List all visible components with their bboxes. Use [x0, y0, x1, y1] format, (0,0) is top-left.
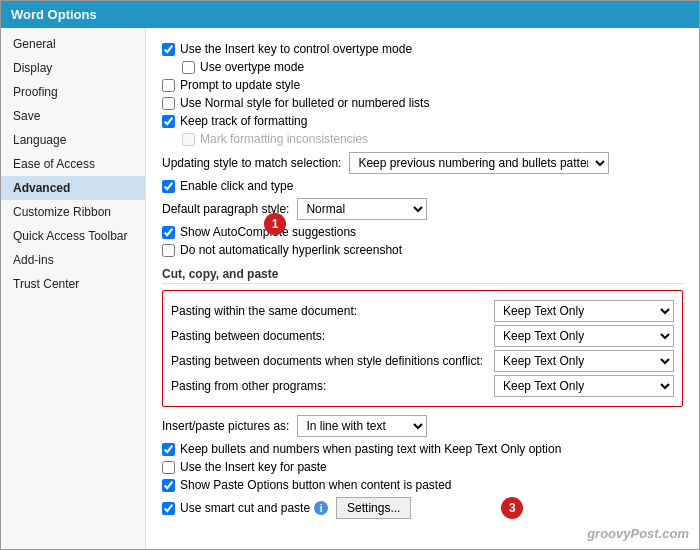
sidebar-item-proofing[interactable]: Proofing [1, 80, 145, 104]
sidebar-item-language[interactable]: Language [1, 128, 145, 152]
prompt-update-style-checkbox[interactable] [162, 79, 175, 92]
sidebar-item-general[interactable]: General [1, 32, 145, 56]
sidebar-item-trust-center[interactable]: Trust Center [1, 272, 145, 296]
ccp-section: Pasting within the same document:Keep Te… [162, 290, 683, 407]
default-paragraph-select[interactable]: Normal [297, 198, 427, 220]
keep-track-formatting-checkbox[interactable] [162, 115, 175, 128]
updating-style-row: Updating style to match selection: Keep … [162, 152, 683, 174]
checkbox-use-insert-key: Use the Insert key for paste [162, 460, 683, 474]
window-title: Word Options [11, 7, 97, 22]
sidebar-item-quick-access-toolbar[interactable]: Quick Access Toolbar [1, 224, 145, 248]
updating-style-select[interactable]: Keep previous numbering and bullets patt… [349, 152, 609, 174]
ccp-select-1[interactable]: Keep Text OnlyKeep Source FormattingMerg… [494, 325, 674, 347]
ccp-select-0[interactable]: Keep Text OnlyKeep Source FormattingMerg… [494, 300, 674, 322]
insert-paste-row: Insert/paste pictures as: In line with t… [162, 415, 683, 437]
checkbox-show-autocomplete: Show AutoComplete suggestions [162, 225, 683, 239]
main-panel: 1 Use the Insert key to control overtype… [146, 28, 699, 549]
ccp-row-0: Pasting within the same document:Keep Te… [171, 300, 674, 322]
checkbox-show-paste-options: Show Paste Options button when content i… [162, 478, 683, 492]
ccp-row-1: Pasting between documents:Keep Text Only… [171, 325, 674, 347]
watermark: groovyPost.com [587, 526, 689, 541]
smart-cut-row: Use smart cut and paste i Settings... 3 [162, 497, 683, 519]
checkbox-enable-click-type: Enable click and type [162, 179, 683, 193]
badge-1: 1 [264, 213, 286, 235]
sidebar: GeneralDisplayProofingSaveLanguageEase o… [1, 28, 146, 549]
checkbox-insert-key-overtype: Use the Insert key to control overtype m… [162, 42, 683, 56]
ccp-section-header: Cut, copy, and paste [162, 267, 683, 284]
mark-formatting-checkbox [182, 133, 195, 146]
sidebar-item-add-ins[interactable]: Add-ins [1, 248, 145, 272]
badge-3: 3 [501, 497, 523, 519]
show-paste-options-checkbox[interactable] [162, 479, 175, 492]
show-autocomplete-checkbox[interactable] [162, 226, 175, 239]
sidebar-item-save[interactable]: Save [1, 104, 145, 128]
do-not-hyperlink-checkbox[interactable] [162, 244, 175, 257]
sidebar-item-advanced[interactable]: Advanced [1, 176, 145, 200]
info-icon: i [314, 501, 328, 515]
sidebar-item-display[interactable]: Display [1, 56, 145, 80]
keep-bullets-checkbox[interactable] [162, 443, 175, 456]
checkbox-do-not-hyperlink: Do not automatically hyperlink screensho… [162, 243, 683, 257]
checkbox-use-overtype-mode: Use overtype mode [182, 60, 683, 74]
use-smart-cut-checkbox[interactable] [162, 502, 175, 515]
enable-click-type-checkbox[interactable] [162, 180, 175, 193]
ccp-select-3[interactable]: Keep Text OnlyKeep Source FormattingMerg… [494, 375, 674, 397]
sidebar-item-ease-of-access[interactable]: Ease of Access [1, 152, 145, 176]
ccp-row-3: Pasting from other programs:Keep Text On… [171, 375, 674, 397]
title-bar: Word Options [1, 1, 699, 28]
insert-key-overtype-checkbox[interactable] [162, 43, 175, 56]
use-normal-style-checkbox[interactable] [162, 97, 175, 110]
checkbox-prompt-update-style: Prompt to update style [162, 78, 683, 92]
checkbox-use-normal-style: Use Normal style for bulleted or numbere… [162, 96, 683, 110]
use-insert-key-paste-checkbox[interactable] [162, 461, 175, 474]
main-content: GeneralDisplayProofingSaveLanguageEase o… [1, 28, 699, 549]
insert-paste-select[interactable]: In line with text [297, 415, 427, 437]
ccp-row-2: Pasting between documents when style def… [171, 350, 674, 372]
checkbox-mark-formatting: Mark formatting inconsistencies [182, 132, 683, 146]
checkbox-keep-track-formatting: Keep track of formatting [162, 114, 683, 128]
word-options-window: Word Options GeneralDisplayProofingSaveL… [0, 0, 700, 550]
sidebar-item-customize-ribbon[interactable]: Customize Ribbon [1, 200, 145, 224]
checkbox-keep-bullets: Keep bullets and numbers when pasting te… [162, 442, 683, 456]
settings-button[interactable]: Settings... [336, 497, 411, 519]
default-paragraph-row: Default paragraph style: Normal [162, 198, 683, 220]
use-overtype-mode-checkbox[interactable] [182, 61, 195, 74]
ccp-select-2[interactable]: Keep Text OnlyKeep Source FormattingMerg… [494, 350, 674, 372]
